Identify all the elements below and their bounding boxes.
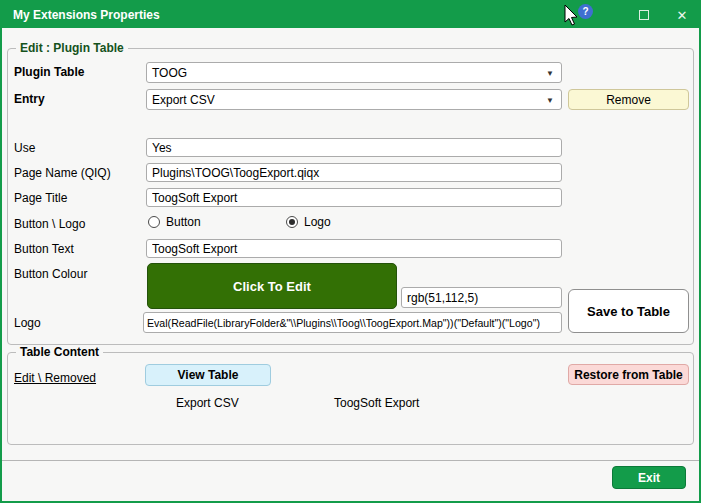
view-table-button[interactable]: View Table — [145, 364, 271, 386]
chevron-down-icon: ▼ — [546, 69, 554, 78]
table-content-group: Table Content Edit \ Removed View Table … — [7, 352, 694, 445]
exit-button[interactable]: Exit — [612, 466, 686, 489]
use-input[interactable] — [146, 138, 562, 157]
plugin-table-label: Plugin Table — [14, 65, 84, 79]
edit-plugin-table-legend: Edit : Plugin Table — [16, 41, 128, 55]
rgb-value-input[interactable] — [401, 287, 562, 308]
edit-removed-label: Edit \ Removed — [14, 371, 96, 385]
table-row-title-cell: ToogSoft Export — [334, 396, 419, 410]
button-text-input[interactable] — [146, 239, 562, 258]
restore-from-table-button[interactable]: Restore from Table — [568, 364, 689, 385]
close-icon: ✕ — [677, 8, 688, 23]
plugin-table-combobox[interactable]: TOOG ▼ — [146, 62, 562, 83]
button-logo-label: Button \ Logo — [14, 217, 85, 231]
maximize-icon — [639, 10, 649, 20]
radio-logo-option-label: Logo — [304, 215, 331, 229]
radio-icon — [148, 216, 160, 228]
maximize-button[interactable] — [629, 2, 659, 28]
logo-label: Logo — [14, 316, 41, 330]
logo-input[interactable] — [143, 312, 562, 333]
page-title-input[interactable] — [146, 188, 562, 207]
my-extensions-properties-dialog: My Extensions Properties ✕ ? Edit : Plug… — [0, 0, 701, 503]
button-text-label: Button Text — [14, 242, 74, 256]
page-name-input[interactable] — [146, 163, 562, 182]
close-button[interactable]: ✕ — [667, 2, 697, 28]
entry-combobox[interactable]: Export CSV ▼ — [146, 89, 562, 110]
save-to-table-button[interactable]: Save to Table — [568, 289, 689, 333]
chevron-down-icon: ▼ — [546, 96, 554, 105]
table-content-legend: Table Content — [16, 345, 103, 359]
button-colour-label: Button Colour — [14, 267, 87, 281]
use-label: Use — [14, 141, 35, 155]
radio-button-option-label: Button — [166, 215, 201, 229]
remove-button[interactable]: Remove — [568, 89, 689, 110]
footer-divider — [2, 460, 699, 461]
page-title-label: Page Title — [14, 191, 67, 205]
radio-icon — [286, 216, 298, 228]
radio-logo-option[interactable]: Logo — [286, 215, 331, 229]
page-name-label: Page Name (QIQ) — [14, 166, 111, 180]
radio-button-option[interactable]: Button — [148, 215, 201, 229]
table-row-entry-cell: Export CSV — [176, 396, 239, 410]
window-title: My Extensions Properties — [13, 8, 160, 22]
edit-plugin-table-group: Edit : Plugin Table Plugin Table TOOG ▼ … — [7, 48, 694, 345]
entry-label: Entry — [14, 92, 45, 106]
button-colour-edit-button[interactable]: Click To Edit — [147, 263, 397, 309]
plugin-table-value: TOOG — [152, 66, 187, 80]
entry-value: Export CSV — [152, 93, 215, 107]
title-bar: My Extensions Properties — [2, 2, 699, 28]
